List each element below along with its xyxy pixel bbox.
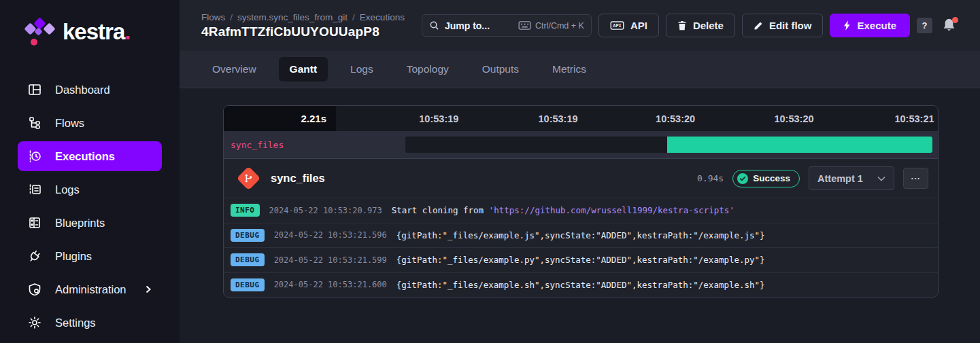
lightning-bolt-icon (843, 20, 851, 31)
execution-tabs: Overview Gantt Logs Topology Outputs Met… (180, 51, 980, 88)
help-button[interactable]: ? (917, 18, 932, 33)
settings-gear-icon (27, 315, 42, 330)
sidebar-item-label: Dashboard (55, 84, 110, 96)
sidebar-item-label: Executions (55, 150, 115, 163)
pencil-icon (754, 21, 763, 31)
log-message: {gitPath:"_files/example.sh",syncState:"… (396, 280, 765, 290)
keyboard-icon (518, 21, 531, 30)
time-tick: 10:53:19 (539, 113, 578, 124)
git-icon (237, 166, 260, 190)
gantt-row-sync-files[interactable]: sync_files (224, 131, 938, 158)
api-button[interactable]: API API (598, 14, 659, 37)
tab-overview[interactable]: Overview (201, 57, 267, 82)
check-circle-icon (737, 173, 748, 184)
sidebar-item-label: Settings (55, 317, 96, 329)
gantt-task-bar[interactable] (405, 137, 932, 153)
sidebar-item-executions[interactable]: Executions (18, 141, 162, 171)
log-timestamp: 2024-05-22 10:53:21.599 (274, 255, 387, 265)
tab-outputs[interactable]: Outputs (471, 57, 530, 82)
header-actions: Jump to... Ctrl/Cmd + K API API Delete (422, 14, 958, 37)
sidebar: kestra. Dashboard Flows Executions (0, 0, 180, 343)
log-message: {gitPath:"_files/example.js",syncState:"… (396, 230, 765, 240)
log-level-badge: INFO (231, 204, 260, 217)
total-duration: 2.21s (224, 106, 336, 131)
page-title: 4RafmTTZfiCbUUYOUUapP8 (201, 24, 405, 39)
jump-to-search[interactable]: Jump to... Ctrl/Cmd + K (422, 14, 592, 37)
log-level-badge: DEBUG (231, 278, 265, 291)
log-row[interactable]: DEBUG 2024-05-22 10:53:21.599 {gitPath:"… (224, 247, 938, 272)
log-level-badge: DEBUG (231, 229, 265, 242)
log-row[interactable]: DEBUG 2024-05-22 10:53:21.596 {gitPath:"… (224, 223, 938, 248)
dashboard-icon (27, 82, 42, 97)
log-url-link[interactable]: 'https://github.com/wrussell1999/kestra-… (489, 205, 734, 215)
gantt-card: 2.21s 10:53:19 10:53:19 10:53:20 10:53:2… (223, 105, 939, 297)
tab-logs[interactable]: Logs (339, 57, 384, 82)
timeline-header: 2.21s 10:53:19 10:53:19 10:53:20 10:53:2… (224, 106, 938, 131)
log-message: Start cloning from 'https://github.com/w… (392, 205, 734, 215)
jump-to-placeholder: Jump to... (445, 20, 490, 31)
more-options-button[interactable]: ... (903, 168, 928, 189)
task-duration: 0.94s (697, 173, 724, 183)
breadcrumb-flow-id[interactable]: system.sync_files_from_git (237, 12, 348, 22)
sidebar-item-logs[interactable]: Logs (18, 175, 162, 204)
status-badge: Success (732, 170, 800, 187)
title-block: Flows / system.sync_files_from_git / Exe… (201, 12, 405, 39)
time-tick: 10:53:21 (894, 113, 934, 124)
jump-shortcut: Ctrl/Cmd + K (518, 21, 584, 31)
delete-button[interactable]: Delete (666, 14, 735, 37)
sidebar-item-settings[interactable]: Settings (18, 308, 162, 338)
log-timestamp: 2024-05-22 10:53:20.973 (269, 206, 382, 215)
tab-metrics[interactable]: Metrics (541, 57, 597, 82)
search-icon (429, 20, 439, 31)
gantt-row-label: sync_files (231, 140, 284, 150)
log-level-badge: DEBUG (231, 253, 265, 266)
sidebar-nav: Dashboard Flows Executions Logs (0, 65, 180, 338)
api-chip-icon: API (610, 21, 624, 30)
kestra-logo-text: kestra. (63, 19, 130, 45)
gantt-bar-success-segment (667, 137, 932, 153)
sidebar-item-dashboard[interactable]: Dashboard (18, 75, 162, 105)
task-name: sync_files (271, 172, 325, 185)
notifications-button[interactable] (942, 18, 958, 34)
time-tick: 10:53:20 (656, 113, 695, 124)
task-detail-panel: sync_files 0.94s Success Attempt 1 (224, 158, 938, 297)
plugins-icon (27, 249, 42, 264)
sidebar-item-administration[interactable]: Administration (18, 274, 162, 304)
timeline-ticks: 10:53:19 10:53:19 10:53:20 10:53:20 10:5… (336, 106, 938, 131)
administration-icon (27, 282, 42, 297)
tab-gantt[interactable]: Gantt (279, 57, 328, 82)
kestra-logo-icon (26, 16, 54, 48)
task-detail-header: sync_files 0.94s Success Attempt 1 (224, 159, 938, 198)
sidebar-item-label: Flows (55, 117, 84, 130)
sidebar-item-plugins[interactable]: Plugins (18, 241, 162, 271)
log-timestamp: 2024-05-22 10:53:21.600 (274, 280, 387, 289)
log-row[interactable]: INFO 2024-05-22 10:53:20.973 Start cloni… (224, 198, 938, 223)
sidebar-item-label: Blueprints (55, 217, 105, 230)
time-tick: 10:53:19 (419, 113, 458, 124)
blueprints-icon (27, 215, 42, 230)
edit-flow-button[interactable]: Edit flow (742, 14, 824, 37)
flows-icon (27, 115, 42, 130)
breadcrumb-flows[interactable]: Flows (201, 12, 225, 22)
sidebar-item-flows[interactable]: Flows (18, 108, 162, 138)
log-timestamp: 2024-05-22 10:53:21.596 (274, 230, 387, 240)
sidebar-item-label: Plugins (55, 250, 92, 263)
execute-button[interactable]: Execute (830, 14, 910, 37)
sidebar-item-label: Administration (55, 283, 126, 296)
breadcrumb-separator: / (352, 12, 355, 22)
sidebar-item-blueprints[interactable]: Blueprints (18, 208, 162, 238)
logs-icon (27, 182, 42, 197)
top-header: Flows / system.sync_files_from_git / Exe… (180, 0, 980, 51)
main-area: Flows / system.sync_files_from_git / Exe… (180, 0, 980, 343)
attempt-select[interactable]: Attempt 1 (809, 166, 894, 190)
svg-text:API: API (613, 23, 622, 29)
task-detail-controls: 0.94s Success Attempt 1 ... (697, 166, 928, 190)
gantt-bar-created-segment (405, 137, 667, 153)
executions-clock-icon (27, 149, 42, 164)
tab-topology[interactable]: Topology (396, 57, 460, 82)
log-row[interactable]: DEBUG 2024-05-22 10:53:21.600 {gitPath:"… (224, 272, 938, 297)
trash-icon (677, 20, 687, 31)
breadcrumb: Flows / system.sync_files_from_git / Exe… (201, 12, 405, 22)
breadcrumb-executions[interactable]: Executions (360, 12, 405, 22)
kestra-logo[interactable]: kestra. (0, 0, 180, 65)
